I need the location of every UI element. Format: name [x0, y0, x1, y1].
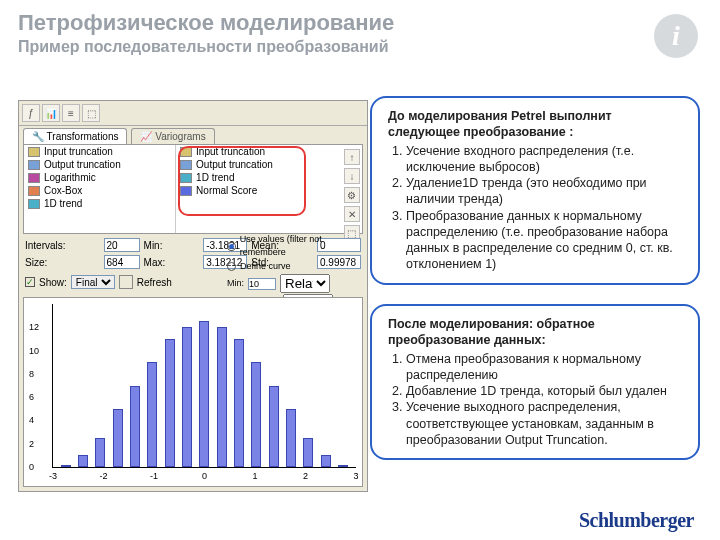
label: Show:: [39, 277, 67, 288]
list-item[interactable]: Output truncation: [24, 158, 175, 171]
histogram-bar: [78, 455, 88, 467]
histogram-bar: [147, 362, 157, 467]
histogram-bar: [303, 438, 313, 467]
label: Max:: [144, 257, 200, 268]
y-tick: 10: [29, 346, 39, 356]
callout-item: Усечение входного распределения (т.е. ис…: [406, 143, 684, 176]
histogram-bar: [182, 327, 192, 467]
histogram-bar: [165, 339, 175, 467]
tool-icon[interactable]: ≡: [62, 104, 80, 122]
label: Min:: [227, 277, 244, 290]
histogram-bar: [113, 409, 123, 467]
y-tick: 6: [29, 392, 34, 402]
min-mode-select[interactable]: Relative: [280, 274, 330, 293]
y-tick: 4: [29, 415, 34, 425]
delete-icon[interactable]: ✕: [344, 206, 360, 222]
list-item[interactable]: Normal Score: [176, 184, 362, 197]
move-down-icon[interactable]: ↓: [344, 168, 360, 184]
y-tick: 8: [29, 369, 34, 379]
histogram-bar: [338, 465, 348, 467]
toolbar: ƒ 📊 ≡ ⬚: [19, 101, 367, 126]
brand-logo: Schlumberger: [579, 509, 694, 532]
label: Use values (filter not remembere: [240, 233, 367, 259]
list-item[interactable]: Input truncation: [24, 145, 175, 158]
settings-icon[interactable]: ⚙: [344, 187, 360, 203]
show-select[interactable]: Final: [71, 275, 115, 289]
histogram-bar: [321, 455, 331, 467]
tool-icon[interactable]: ⬚: [82, 104, 100, 122]
callout-heading: До моделирования Petrel выполнит следующ…: [388, 108, 684, 141]
label: Min:: [144, 240, 200, 251]
tab-label: Variograms: [155, 131, 205, 142]
list-item[interactable]: 1D trend: [176, 171, 362, 184]
screenshot-panel: ƒ 📊 ≡ ⬚ 🔧 Transformations 📈 Variograms I…: [18, 100, 368, 492]
x-tick: -2: [99, 471, 107, 481]
callout-before-modeling: До моделирования Petrel выполнит следующ…: [370, 96, 700, 285]
refresh-label: Refresh: [137, 277, 172, 288]
tab-variograms[interactable]: 📈 Variograms: [131, 128, 214, 144]
radio-define-curve[interactable]: [227, 262, 236, 271]
refresh-icon[interactable]: [119, 275, 133, 289]
histogram-bar: [95, 438, 105, 467]
label: Define curve: [240, 260, 291, 273]
show-checkbox[interactable]: ✓: [25, 277, 35, 287]
label: Intervals:: [25, 240, 100, 251]
callout-item: Добавление 1D тренда, который был удален: [406, 383, 684, 399]
applied-transforms-list[interactable]: Input truncationOutput truncation1D tren…: [176, 145, 362, 233]
histogram-bar: [234, 339, 244, 467]
list-item[interactable]: Cox-Box: [24, 184, 175, 197]
move-up-icon[interactable]: ↑: [344, 149, 360, 165]
x-tick: 3: [353, 471, 358, 481]
histogram-chart: 024681012-3-2-10123: [23, 297, 363, 487]
intervals-input[interactable]: [104, 238, 140, 252]
list-item[interactable]: 1D trend: [24, 197, 175, 210]
histogram-bar: [286, 409, 296, 467]
histogram-bar: [251, 362, 261, 467]
list-item[interactable]: Logarithmic: [24, 171, 175, 184]
y-tick: 0: [29, 462, 34, 472]
radio-use-values[interactable]: [227, 242, 236, 251]
callout-item: Отмена преобразования к нормальному расп…: [406, 351, 684, 384]
tab-label: Transformations: [47, 131, 119, 142]
x-tick: -3: [49, 471, 57, 481]
size-input[interactable]: [104, 255, 140, 269]
callout-item: Удаление1D тренда (это необходимо при на…: [406, 175, 684, 208]
filter-min-input[interactable]: [248, 278, 276, 290]
callout-heading: После моделирования: обратное преобразов…: [388, 316, 684, 349]
tool-icon[interactable]: 📊: [42, 104, 60, 122]
histogram-bar: [61, 465, 71, 467]
histogram-bar: [217, 327, 227, 467]
x-tick: -1: [150, 471, 158, 481]
list-item[interactable]: Output truncation: [176, 158, 362, 171]
x-tick: 2: [303, 471, 308, 481]
x-tick: 0: [202, 471, 207, 481]
histogram-bar: [199, 321, 209, 467]
label: Size:: [25, 257, 100, 268]
info-icon: i: [654, 14, 698, 58]
tab-transformations[interactable]: 🔧 Transformations: [23, 128, 127, 144]
callout-item: Преобразование данных к нормальному расп…: [406, 208, 684, 273]
list-item[interactable]: Input truncation: [176, 145, 362, 158]
page-subtitle: Пример последовательности преобразований: [18, 38, 702, 56]
y-tick: 12: [29, 322, 39, 332]
x-tick: 1: [252, 471, 257, 481]
histogram-bar: [130, 386, 140, 468]
y-tick: 2: [29, 439, 34, 449]
callout-item: Усечение выходного распределения, соотве…: [406, 399, 684, 448]
page-title: Петрофизическое моделирование: [18, 10, 702, 36]
tool-icon[interactable]: ƒ: [22, 104, 40, 122]
callout-after-modeling: После моделирования: обратное преобразов…: [370, 304, 700, 460]
available-transforms-list[interactable]: Input truncationOutput truncationLogarit…: [24, 145, 176, 233]
histogram-bar: [269, 386, 279, 468]
